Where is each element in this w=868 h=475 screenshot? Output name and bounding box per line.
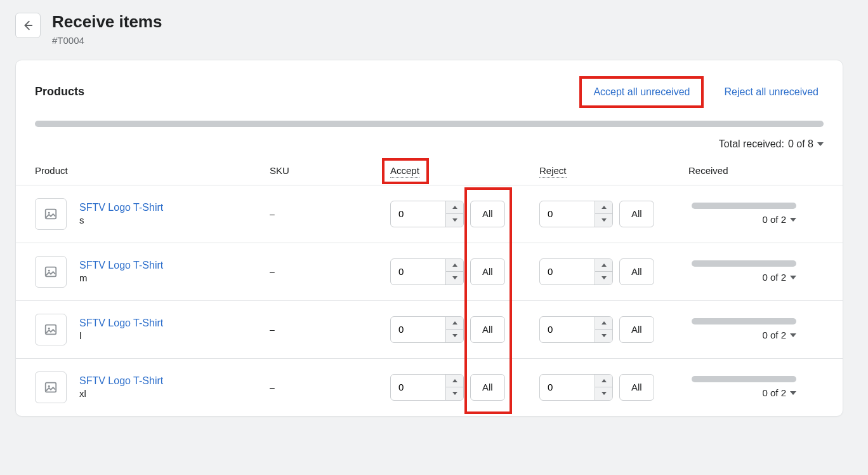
accept-all-unreceived-link[interactable]: Accept all unreceived bbox=[588, 83, 695, 102]
received-value: 0 of 2 bbox=[762, 330, 786, 340]
accept-qty-stepper[interactable] bbox=[390, 258, 464, 285]
col-product: Product bbox=[16, 156, 257, 185]
received-toggle[interactable]: 0 of 2 bbox=[762, 387, 796, 398]
product-variant: m bbox=[79, 272, 163, 283]
row-progress-bar bbox=[692, 376, 796, 382]
col-received: Received bbox=[676, 156, 843, 185]
svg-point-3 bbox=[48, 269, 50, 271]
sku-value: – bbox=[270, 267, 275, 277]
reject-all-button[interactable]: All bbox=[619, 258, 654, 285]
product-variant: xl bbox=[79, 388, 163, 399]
received-value: 0 of 2 bbox=[762, 272, 786, 283]
svg-point-5 bbox=[48, 327, 50, 329]
product-link[interactable]: SFTV Logo T-Shirt bbox=[79, 260, 163, 271]
col-sku: SKU bbox=[257, 156, 378, 185]
image-placeholder-icon bbox=[44, 265, 58, 279]
accept-qty-stepper[interactable] bbox=[390, 316, 464, 343]
accept-qty-stepper[interactable] bbox=[390, 374, 464, 401]
reject-qty-input[interactable] bbox=[540, 317, 595, 342]
table-row: SFTV Logo T-Shirt xl – All bbox=[16, 358, 843, 416]
caret-up-icon bbox=[602, 379, 607, 382]
reject-qty-input[interactable] bbox=[540, 259, 595, 284]
reject-all-button[interactable]: All bbox=[619, 201, 654, 227]
caret-up-icon bbox=[602, 206, 607, 209]
table-row: SFTV Logo T-Shirt l – All bbox=[16, 300, 843, 358]
caret-down-icon bbox=[602, 392, 607, 395]
total-progress-bar bbox=[35, 121, 824, 127]
product-thumbnail bbox=[35, 256, 67, 288]
received-value: 0 of 2 bbox=[762, 387, 786, 398]
accept-qty-down[interactable] bbox=[446, 387, 463, 400]
table-row: SFTV Logo T-Shirt s – All bbox=[16, 185, 843, 243]
accept-qty-up[interactable] bbox=[446, 259, 463, 272]
product-variant: l bbox=[79, 330, 163, 341]
caret-down-icon bbox=[452, 218, 457, 222]
row-progress-bar bbox=[692, 318, 796, 324]
chevron-down-icon bbox=[790, 333, 796, 337]
reject-qty-up[interactable] bbox=[595, 201, 612, 215]
accept-qty-up[interactable] bbox=[446, 375, 463, 388]
accept-qty-stepper[interactable] bbox=[390, 201, 464, 227]
accept-qty-input[interactable] bbox=[391, 201, 445, 227]
received-toggle[interactable]: 0 of 2 bbox=[762, 214, 796, 225]
received-toggle[interactable]: 0 of 2 bbox=[762, 330, 796, 340]
accept-qty-up[interactable] bbox=[446, 201, 463, 215]
product-thumbnail bbox=[35, 314, 67, 345]
accept-all-button[interactable]: All bbox=[470, 201, 505, 227]
reject-qty-input[interactable] bbox=[540, 201, 595, 227]
row-progress-bar bbox=[692, 203, 796, 209]
product-thumbnail bbox=[35, 198, 67, 230]
caret-up-icon bbox=[602, 264, 607, 267]
reject-all-unreceived-link[interactable]: Reject all unreceived bbox=[719, 83, 824, 102]
product-link[interactable]: SFTV Logo T-Shirt bbox=[79, 318, 163, 329]
image-placeholder-icon bbox=[44, 207, 58, 221]
accept-qty-down[interactable] bbox=[446, 214, 463, 227]
reject-qty-up[interactable] bbox=[595, 317, 612, 330]
accept-qty-down[interactable] bbox=[446, 272, 463, 284]
caret-down-icon bbox=[602, 218, 607, 222]
received-toggle[interactable]: 0 of 2 bbox=[762, 272, 796, 283]
reject-qty-up[interactable] bbox=[595, 259, 612, 272]
chevron-down-icon bbox=[790, 276, 796, 279]
accept-qty-input[interactable] bbox=[391, 259, 445, 284]
total-received-value: 0 of 8 bbox=[788, 138, 813, 150]
col-reject: Reject bbox=[539, 165, 567, 178]
accept-all-button[interactable]: All bbox=[470, 258, 505, 285]
chevron-down-icon bbox=[817, 142, 824, 146]
reject-qty-down[interactable] bbox=[595, 272, 612, 284]
product-link[interactable]: SFTV Logo T-Shirt bbox=[79, 375, 163, 387]
product-link[interactable]: SFTV Logo T-Shirt bbox=[79, 202, 163, 213]
reject-qty-stepper[interactable] bbox=[539, 258, 613, 285]
total-received-toggle[interactable]: Total received: 0 of 8 bbox=[16, 135, 843, 156]
reject-qty-stepper[interactable] bbox=[539, 316, 613, 343]
accept-qty-input[interactable] bbox=[391, 375, 445, 400]
reject-qty-stepper[interactable] bbox=[539, 201, 613, 227]
reject-qty-down[interactable] bbox=[595, 387, 612, 400]
page-title: Receive items bbox=[52, 11, 162, 32]
sku-value: – bbox=[270, 324, 275, 335]
reject-qty-input[interactable] bbox=[540, 375, 595, 400]
caret-down-icon bbox=[602, 276, 607, 279]
row-progress-bar bbox=[692, 260, 796, 267]
accept-qty-down[interactable] bbox=[446, 330, 463, 342]
reject-qty-up[interactable] bbox=[595, 375, 612, 388]
back-button[interactable] bbox=[15, 13, 41, 38]
accept-qty-input[interactable] bbox=[391, 317, 445, 342]
caret-up-icon bbox=[452, 321, 457, 324]
product-variant: s bbox=[79, 215, 163, 225]
reject-all-button[interactable]: All bbox=[619, 374, 654, 401]
product-thumbnail bbox=[35, 371, 67, 403]
accept-all-button[interactable]: All bbox=[470, 316, 505, 343]
col-accept: Accept bbox=[390, 165, 419, 178]
accept-qty-up[interactable] bbox=[446, 317, 463, 330]
reject-qty-stepper[interactable] bbox=[539, 374, 613, 401]
accept-all-button[interactable]: All bbox=[470, 374, 505, 401]
sku-value: – bbox=[270, 382, 275, 392]
sku-value: – bbox=[270, 209, 275, 219]
reject-qty-down[interactable] bbox=[595, 330, 612, 342]
chevron-down-icon bbox=[790, 391, 796, 395]
image-placeholder-icon bbox=[44, 380, 58, 394]
reject-qty-down[interactable] bbox=[595, 214, 612, 227]
reject-all-button[interactable]: All bbox=[619, 316, 654, 343]
caret-up-icon bbox=[452, 206, 457, 209]
